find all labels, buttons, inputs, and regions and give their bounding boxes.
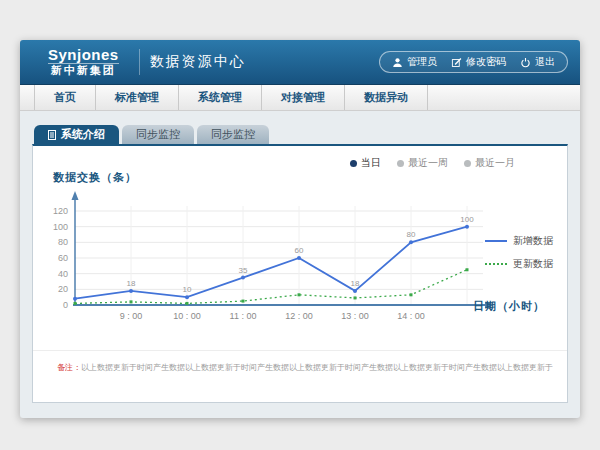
time-range-filters: 当日最近一周最近一月	[350, 156, 515, 170]
footnote: 备注：以上数据更新于时间产生数据以上数据更新于时间产生数据以上数据更新于时间产生…	[33, 350, 567, 373]
svg-text:11 : 00: 11 : 00	[230, 311, 257, 321]
tab-2[interactable]: 同步监控	[122, 125, 194, 144]
svg-text:9 : 00: 9 : 00	[120, 311, 143, 321]
app-window: Synjones 新中新集团 数据资源中心 管理员修改密码退出 首页标准管理系统…	[20, 40, 580, 418]
svg-text:18: 18	[127, 279, 136, 288]
svg-text:80: 80	[58, 237, 68, 247]
x-axis-title: 日期（小时）	[473, 299, 545, 314]
nav-item-5[interactable]: 数据异动	[345, 85, 428, 110]
footnote-label: 备注：	[57, 363, 81, 372]
edit-icon	[451, 57, 462, 68]
power-icon	[520, 57, 531, 68]
company-logo: Synjones 新中新集团	[32, 47, 129, 76]
desktop-background: Synjones 新中新集团 数据资源中心 管理员修改密码退出 首页标准管理系统…	[0, 0, 600, 450]
svg-text:12 : 00: 12 : 00	[285, 311, 313, 321]
svg-text:10: 10	[183, 285, 192, 294]
svg-text:120: 120	[53, 206, 68, 216]
logo-text-en: Synjones	[48, 47, 119, 63]
radio-icon	[464, 160, 471, 167]
radio-icon	[350, 160, 357, 167]
radio-icon	[397, 160, 404, 167]
document-icon	[48, 130, 56, 140]
footnote-text: 以上数据更新于时间产生数据以上数据更新于时间产生数据以上数据更新于时间产生数据以…	[81, 363, 553, 372]
header-divider	[139, 49, 140, 75]
nav-item-2[interactable]: 标准管理	[96, 85, 179, 110]
svg-text:60: 60	[58, 253, 68, 263]
app-title: 数据资源中心	[150, 53, 246, 71]
user-menu-account[interactable]: 管理员	[392, 55, 437, 69]
legend-line-icon	[485, 263, 507, 265]
nav-item-3[interactable]: 系统管理	[179, 85, 262, 110]
main-nav: 首页标准管理系统管理对接管理数据异动	[20, 85, 580, 111]
tab-3[interactable]: 同步监控	[197, 125, 269, 144]
legend-item-1[interactable]: 新增数据	[485, 234, 553, 248]
chart-legend: 新增数据更新数据	[485, 234, 553, 271]
svg-text:35: 35	[239, 266, 248, 275]
legend-item-2[interactable]: 更新数据	[485, 257, 553, 271]
svg-text:40: 40	[58, 269, 68, 279]
svg-text:18: 18	[351, 279, 360, 288]
svg-text:60: 60	[295, 246, 304, 255]
filter-option-1[interactable]: 当日	[350, 156, 381, 170]
logo-text-cn: 新中新集团	[48, 63, 119, 77]
svg-text:14 : 00: 14 : 00	[397, 311, 425, 321]
svg-text:80: 80	[407, 230, 416, 239]
user-menu-logout[interactable]: 退出	[520, 55, 555, 69]
tab-1[interactable]: 系统介绍	[34, 125, 119, 144]
line-chart: 0204060801001209 : 0010 : 0011 : 0012 : …	[43, 186, 513, 338]
filter-option-3[interactable]: 最近一月	[464, 156, 515, 170]
y-axis-title: 数据交换（条）	[53, 170, 137, 185]
legend-line-icon	[485, 240, 507, 242]
filter-option-2[interactable]: 最近一周	[397, 156, 448, 170]
svg-text:13 : 00: 13 : 00	[341, 311, 369, 321]
svg-text:10 : 00: 10 : 00	[173, 311, 201, 321]
content-area: 系统介绍同步监控同步监控 当日最近一周最近一月 数据交换（条） 02040608…	[20, 111, 580, 403]
svg-text:20: 20	[58, 284, 68, 294]
nav-item-1[interactable]: 首页	[34, 85, 96, 110]
tab-bar: 系统介绍同步监控同步监控	[32, 125, 568, 144]
nav-item-4[interactable]: 对接管理	[262, 85, 345, 110]
chart-panel: 当日最近一周最近一月 数据交换（条） 0204060801001209 : 00…	[32, 144, 568, 403]
app-header: Synjones 新中新集团 数据资源中心 管理员修改密码退出	[20, 40, 580, 85]
svg-text:0: 0	[63, 300, 68, 310]
user-menu-change-password[interactable]: 修改密码	[451, 55, 506, 69]
svg-text:100: 100	[460, 215, 474, 224]
user-icon	[392, 57, 403, 68]
user-menu: 管理员修改密码退出	[379, 51, 568, 73]
svg-text:100: 100	[53, 222, 68, 232]
